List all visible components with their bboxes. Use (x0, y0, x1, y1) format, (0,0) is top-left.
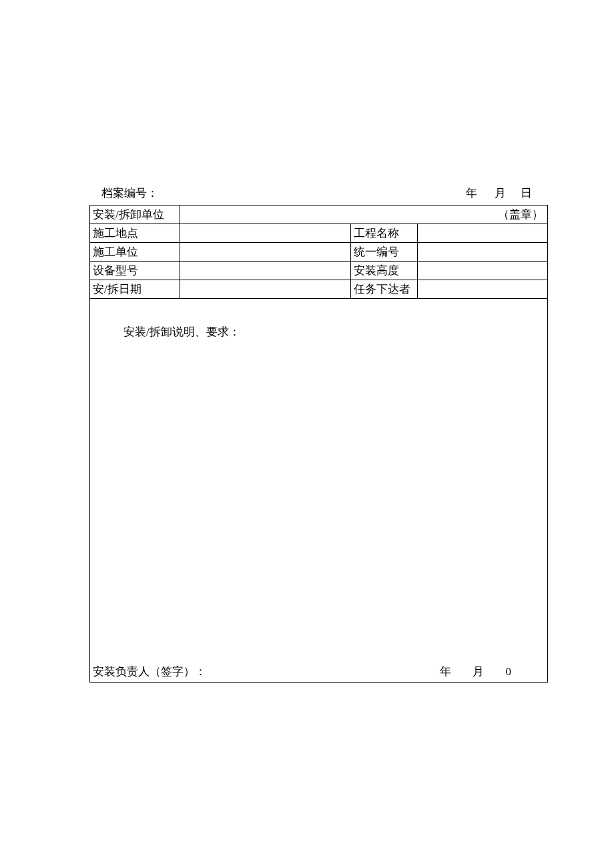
project-label: 工程名称 (351, 224, 418, 243)
table-row: 施工单位 统一编号 (90, 243, 548, 262)
unit-label: 安装/拆卸单位 (90, 205, 180, 224)
footer-year-label: 年 (440, 664, 451, 679)
info-table: 安装/拆卸单位 （盖章） 施工地点 工程名称 施工单位 统一编号 设备型号 安装… (89, 205, 548, 299)
task-issuer-label: 任务下达者 (351, 280, 418, 299)
table-row: 施工地点 工程名称 (90, 224, 548, 243)
construction-unit-value[interactable] (180, 243, 351, 262)
project-value[interactable] (418, 224, 548, 243)
footer-sign-label: 安装负责人（签字）： (93, 664, 206, 679)
header-month-day: 月日 (495, 187, 547, 199)
unified-no-label: 统一编号 (351, 243, 418, 262)
form-page: 档案编号： 年 月日 安装/拆卸单位 （盖章） 施工地点 工程名称 施工单位 统… (89, 185, 548, 683)
unified-no-value[interactable] (418, 243, 548, 262)
height-label: 安装高度 (351, 262, 418, 280)
table-row: 安/拆日期 任务下达者 (90, 280, 548, 299)
model-label: 设备型号 (90, 262, 180, 280)
site-label: 施工地点 (90, 224, 180, 243)
footer-row: 安装负责人（签字）： 年 月 0 (90, 664, 547, 679)
footer-month-label: 月 (473, 664, 484, 679)
footer-zero: 0 (506, 665, 512, 679)
construction-unit-label: 施工单位 (90, 243, 180, 262)
file-no-label: 档案编号： (101, 185, 158, 201)
footer-date: 年 月 0 (440, 664, 545, 679)
description-title: 安装/拆卸说明、要求： (123, 324, 240, 340)
header-year-label: 年 (466, 187, 477, 199)
date-label: 安/拆日期 (90, 280, 180, 299)
model-value[interactable] (180, 262, 351, 280)
task-issuer-value[interactable] (418, 280, 548, 299)
description-box[interactable]: 安装/拆卸说明、要求： 安装负责人（签字）： 年 月 0 (89, 299, 548, 683)
header-row: 档案编号： 年 月日 (89, 185, 548, 201)
seal-cell[interactable]: （盖章） (180, 205, 548, 224)
date-value[interactable] (180, 280, 351, 299)
height-value[interactable] (418, 262, 548, 280)
table-row: 安装/拆卸单位 （盖章） (90, 205, 548, 224)
table-row: 设备型号 安装高度 (90, 262, 548, 280)
site-value[interactable] (180, 224, 351, 243)
header-date: 年 月日 (466, 185, 547, 201)
